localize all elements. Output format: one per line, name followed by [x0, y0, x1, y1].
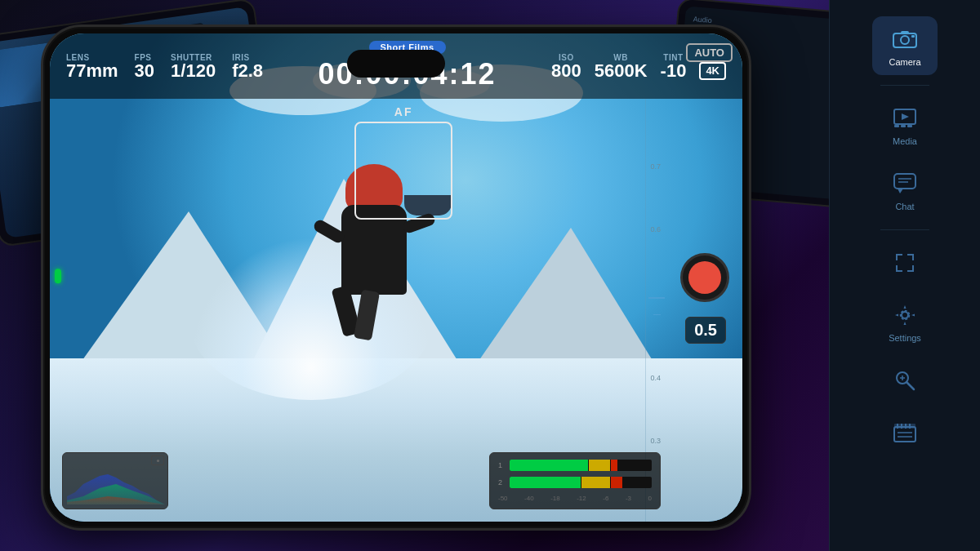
skier-leg-right	[354, 289, 380, 340]
svg-point-24	[902, 312, 908, 318]
svg-point-4	[901, 36, 909, 44]
skier	[292, 156, 456, 417]
svg-rect-11	[907, 125, 912, 127]
svg-rect-23	[912, 265, 914, 272]
dynamic-island	[347, 50, 445, 78]
media-icon	[890, 104, 920, 133]
sidebar-item-list[interactable]	[872, 410, 938, 455]
svg-rect-12	[894, 174, 915, 189]
phone-container: LENS 77mm FPS 30 SHUTTER 1/120	[41, 24, 751, 531]
chat-icon	[890, 169, 920, 198]
svg-rect-5	[901, 31, 909, 34]
skier-body	[341, 205, 407, 295]
zoom-icon	[890, 366, 920, 395]
camera-nav-label: Camera	[889, 57, 920, 67]
svg-rect-6	[911, 35, 915, 38]
green-indicator	[55, 269, 61, 283]
skier-helmet-visor	[404, 195, 452, 216]
camera-icon	[890, 24, 920, 54]
svg-rect-9	[894, 125, 899, 127]
gear-icon	[890, 300, 920, 330]
sidebar-item-camera[interactable]: Camera	[872, 16, 938, 75]
svg-marker-8	[902, 113, 909, 120]
panel-divider-1	[880, 85, 929, 86]
panel-divider-2	[880, 229, 929, 230]
phone-frame: LENS 77mm FPS 30 SHUTTER 1/120	[41, 24, 751, 531]
sidebar-item-chat[interactable]: Chat	[872, 161, 938, 220]
settings-nav-label: Settings	[889, 333, 921, 343]
svg-rect-17	[896, 254, 898, 260]
svg-line-27	[906, 382, 914, 389]
right-panel: Camera Media Chat	[829, 0, 980, 551]
sidebar-item-zoom[interactable]	[872, 358, 938, 403]
sidebar-item-capture[interactable]	[872, 240, 938, 286]
svg-marker-15	[898, 189, 903, 193]
sidebar-item-settings[interactable]: Settings	[872, 292, 938, 351]
svg-rect-21	[896, 265, 898, 272]
phone-screen: LENS 77mm FPS 30 SHUTTER 1/120	[50, 33, 742, 522]
svg-rect-30	[894, 427, 915, 442]
chat-nav-label: Chat	[895, 202, 914, 211]
svg-rect-19	[912, 254, 914, 260]
video-background	[50, 33, 742, 522]
sidebar-item-media[interactable]: Media	[872, 96, 938, 154]
clapperboard-icon	[890, 418, 920, 447]
capture-icon	[890, 248, 920, 278]
svg-rect-10	[901, 125, 906, 127]
media-nav-label: Media	[893, 136, 917, 146]
